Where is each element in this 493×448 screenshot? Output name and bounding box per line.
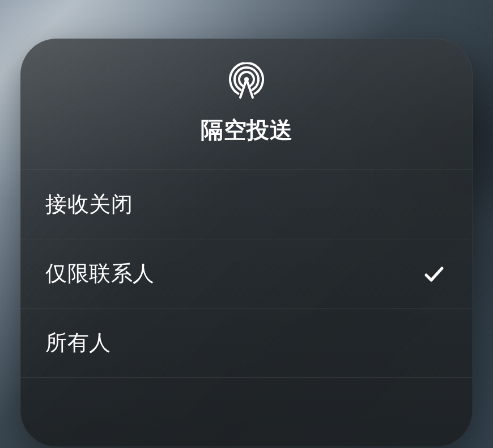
airdrop-settings-panel: 隔空投送 接收关闭 仅限联系人 所有人 [20,39,473,447]
option-contacts-only[interactable]: 仅限联系人 [20,239,473,308]
option-label: 接收关闭 [45,190,133,219]
panel-title: 隔空投送 [201,115,292,146]
option-everyone[interactable]: 所有人 [20,308,473,378]
option-receiving-off[interactable]: 接收关闭 [20,170,473,239]
option-label: 仅限联系人 [45,259,155,288]
airdrop-icon [228,62,265,100]
option-label: 所有人 [45,328,111,357]
checkmark-icon [420,260,448,288]
panel-header: 隔空投送 [20,39,473,170]
blurred-background: 隔空投送 接收关闭 仅限联系人 所有人 [0,0,493,448]
